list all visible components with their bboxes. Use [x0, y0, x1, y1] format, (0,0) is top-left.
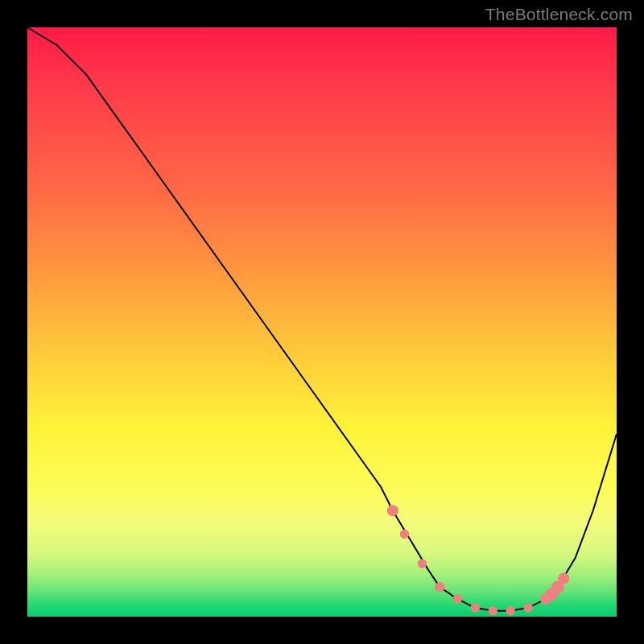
curve-marker [506, 606, 515, 615]
curve-marker [558, 572, 569, 584]
curve-marker [400, 530, 409, 539]
chart-overlay [27, 27, 617, 617]
marker-group [387, 505, 569, 615]
curve-marker [418, 559, 427, 568]
curve-marker [387, 505, 398, 516]
watermark-label: TheBottleneck.com [485, 5, 633, 24]
bottleneck-curve [27, 27, 617, 611]
curve-marker [453, 594, 462, 603]
curve-marker [489, 606, 497, 615]
curve-marker [435, 582, 444, 592]
curve-marker [523, 603, 532, 612]
chart-frame: TheBottleneck.com [0, 0, 644, 644]
curve-marker [471, 603, 480, 612]
